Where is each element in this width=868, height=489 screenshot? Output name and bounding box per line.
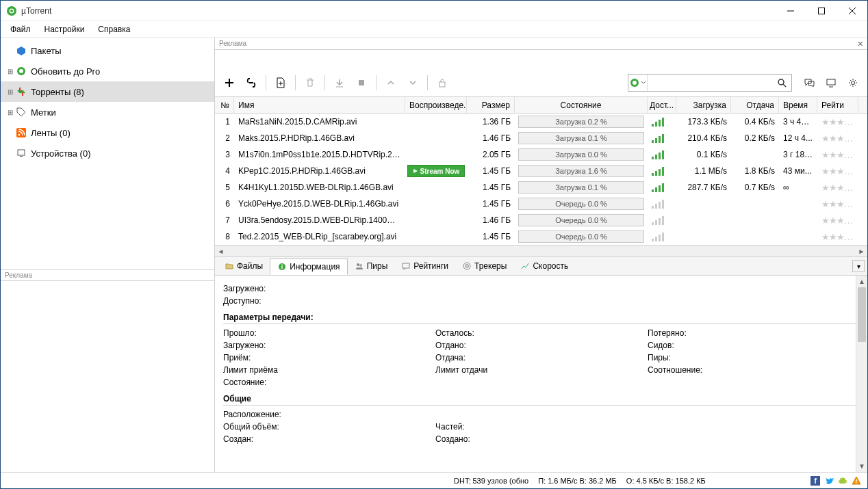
torrent-row[interactable]: 8Ted.2.2015_WEB-DLRip_[scarabey.org].avi…	[215, 228, 867, 245]
tab-info[interactable]: iИнформация	[270, 259, 347, 275]
col-time[interactable]: Время	[779, 97, 817, 113]
horizontal-scrollbar[interactable]: ◄ ►	[215, 245, 867, 256]
info-downloaded: Загружено:	[223, 284, 859, 293]
rating-stars[interactable]: ★★★★★	[817, 117, 858, 127]
rating-stars[interactable]: ★★★★★	[817, 150, 858, 160]
expand-icon[interactable]: ⊞	[6, 109, 14, 116]
rating-stars[interactable]: ★★★★★	[817, 199, 858, 209]
sidebar-upgrade-pro[interactable]: ⊞ Обновить до Pro	[1, 61, 214, 81]
labels-icon	[14, 107, 28, 117]
stop-button[interactable]	[351, 72, 372, 93]
expand-tabs-button[interactable]: ▾	[852, 260, 865, 272]
svg-text:i: i	[281, 263, 283, 270]
sidebar-torrents[interactable]: ⊞ Торренты (8)	[1, 81, 214, 102]
info-created: Создан:	[223, 434, 435, 444]
create-torrent-button[interactable]	[270, 72, 291, 93]
col-number[interactable]: №	[215, 97, 234, 113]
android-icon[interactable]	[837, 475, 848, 486]
move-down-button[interactable]	[403, 72, 423, 93]
col-play[interactable]: Воспроизведе...	[405, 97, 467, 113]
col-upload[interactable]: Отдача	[731, 97, 779, 113]
svg-point-2	[10, 10, 13, 12]
close-button[interactable]	[837, 1, 867, 21]
transfer-header: Параметры передачи:	[223, 313, 859, 324]
rating-stars[interactable]: ★★★★★	[817, 232, 858, 242]
info-ratio: Соотношение:	[648, 365, 859, 375]
unlock-button[interactable]	[432, 72, 452, 93]
menu-file[interactable]: Файл	[3, 23, 38, 36]
tab-peers[interactable]: Пиры	[348, 259, 395, 274]
tab-trackers[interactable]: Трекеры	[455, 259, 513, 274]
search-input[interactable]	[648, 78, 772, 88]
start-button[interactable]	[329, 72, 350, 93]
sidebar-labels[interactable]: ⊞ Метки	[1, 102, 214, 122]
packages-icon	[14, 46, 28, 55]
menu-help[interactable]: Справка	[91, 23, 137, 36]
utorrent-icon	[14, 66, 28, 76]
sidebar-devices[interactable]: Устройства (0)	[1, 143, 214, 163]
rating-stars[interactable]: ★★★★★	[817, 166, 858, 176]
torrent-row[interactable]: 4KPep1C.2015.P.HDRip.1.46GB.aviStream No…	[215, 163, 867, 179]
general-header: Общие	[223, 394, 859, 406]
chat-button[interactable]	[799, 72, 819, 93]
settings-button[interactable]	[843, 72, 863, 93]
info-totalsize: Общий объём:	[223, 422, 435, 432]
col-download[interactable]: Загрузка	[676, 97, 731, 113]
info-available: Доступно:	[223, 296, 859, 306]
search-button[interactable]	[772, 78, 791, 88]
maximize-button[interactable]	[806, 1, 837, 21]
move-up-button[interactable]	[381, 72, 401, 93]
col-avail[interactable]: Дост...	[648, 97, 676, 113]
stream-now-button[interactable]: Stream Now	[407, 165, 465, 177]
torrent-row[interactable]: 1MaRs1aNiN.2015.D.CAMRip.avi1.36 ГБЗагру…	[215, 114, 867, 130]
statusbar: DHT: 539 узлов (обно П: 1.6 МБ/с В: 36.2…	[1, 472, 867, 488]
torrent-row[interactable]: 3M1s7i0n.1mP0ss1b1e.2015.D.HDTVRip.2100.…	[215, 146, 867, 163]
add-torrent-button[interactable]	[219, 72, 240, 93]
torrent-row[interactable]: 6Yck0PeHye.2015.D.WEB-DLRip.1.46Gb.avi1.…	[215, 196, 867, 212]
rating-stars[interactable]: ★★★★★	[817, 183, 858, 193]
close-ad-button[interactable]: ×	[858, 38, 863, 49]
facebook-icon[interactable]: f	[810, 475, 821, 486]
info-dlspeed: Приём:	[223, 353, 435, 362]
scroll-down-icon[interactable]: ▼	[856, 460, 867, 472]
delete-button[interactable]	[300, 72, 320, 93]
tab-speed[interactable]: Скорость	[513, 259, 575, 274]
info-seeds: Сидов:	[648, 341, 859, 350]
rating-stars[interactable]: ★★★★★	[817, 133, 858, 144]
twitter-icon[interactable]	[824, 475, 834, 486]
add-url-button[interactable]	[241, 72, 261, 93]
torrent-row[interactable]: 7UI3ra.5endosy.2015.D.WEB-DLRip.1400MB.a…	[215, 212, 867, 228]
col-size[interactable]: Размер	[467, 97, 515, 113]
col-rating[interactable]: Рейти	[817, 97, 858, 113]
svg-point-32	[466, 265, 468, 267]
scroll-up-icon[interactable]: ▲	[856, 276, 867, 287]
top-ad-label: Реклама	[219, 40, 246, 47]
col-state[interactable]: Состояние	[515, 97, 648, 113]
menu-settings[interactable]: Настройки	[38, 23, 92, 36]
status-down: П: 1.6 МБ/с В: 36.2 МБ	[538, 477, 617, 485]
tab-files[interactable]: Файлы	[218, 259, 270, 274]
torrent-grid: № Имя Воспроизведе... Размер Состояние Д…	[215, 96, 867, 256]
col-name[interactable]: Имя	[234, 97, 405, 113]
svg-rect-15	[359, 80, 364, 85]
svg-point-18	[633, 81, 637, 85]
minimize-button[interactable]	[775, 1, 806, 21]
svg-line-20	[783, 84, 786, 87]
window-title: µTorrent	[21, 6, 51, 16]
warning-icon[interactable]	[851, 475, 862, 486]
torrent-row[interactable]: 2Maks.2015.P.HDRip.1.46GB.avi1.46 ГБЗагр…	[215, 130, 867, 146]
expand-icon[interactable]: ⊞	[6, 88, 14, 96]
sidebar-feeds[interactable]: Ленты (0)	[1, 122, 214, 143]
detail-tabs: Файлы iИнформация Пиры Рейтинги Трекеры …	[215, 256, 867, 276]
search-provider-button[interactable]	[628, 75, 648, 91]
remote-button[interactable]	[821, 72, 841, 93]
expand-icon[interactable]: ⊞	[6, 68, 14, 75]
sidebar-packages[interactable]: Пакеты	[1, 40, 214, 61]
tab-ratings[interactable]: Рейтинги	[394, 259, 455, 274]
rating-stars[interactable]: ★★★★★	[817, 215, 858, 226]
svg-rect-35	[840, 479, 845, 484]
scroll-right-icon[interactable]: ►	[856, 246, 867, 257]
torrent-row[interactable]: 5K4H1KyL1.2015D.WEB-DLRip.1.46GB.avi1.45…	[215, 179, 867, 196]
scroll-left-icon[interactable]: ◄	[215, 246, 227, 257]
details-scrollbar[interactable]: ▲ ▼	[856, 276, 867, 472]
